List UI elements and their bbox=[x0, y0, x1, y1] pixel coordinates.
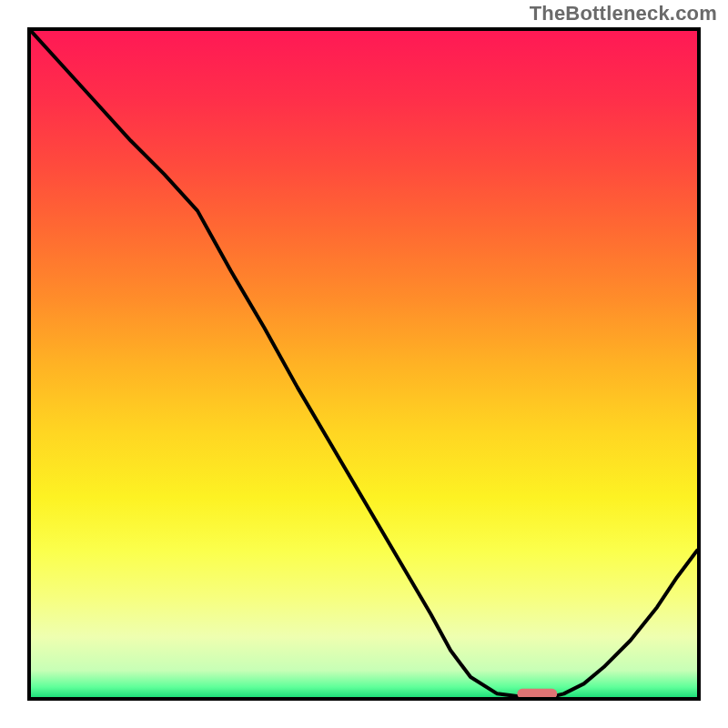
chart-wrap: TheBottleneck.com bbox=[0, 0, 728, 728]
svg-rect-0 bbox=[31, 31, 697, 697]
plot-area bbox=[27, 27, 701, 701]
gradient-background bbox=[31, 31, 697, 697]
watermark-text: TheBottleneck.com bbox=[530, 2, 717, 25]
